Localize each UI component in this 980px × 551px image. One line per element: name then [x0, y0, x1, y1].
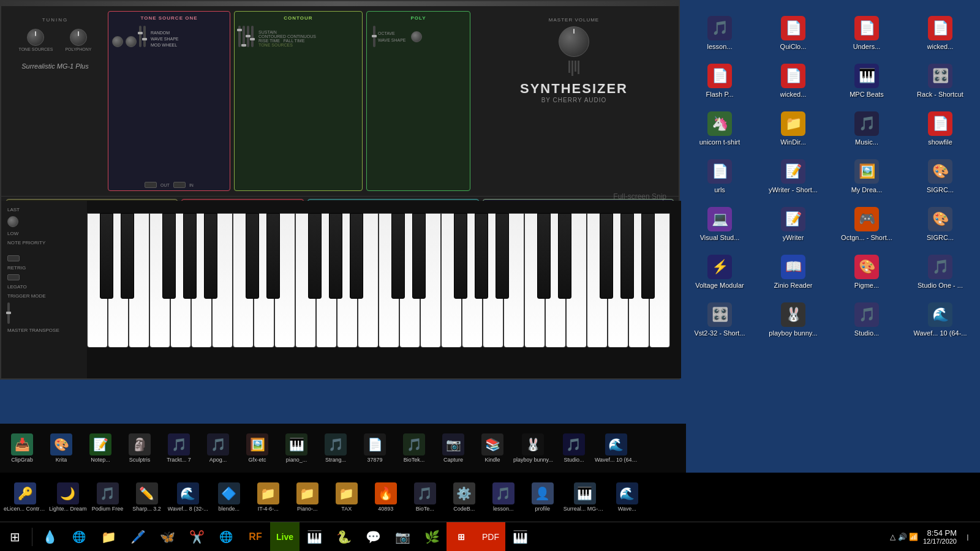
poly-slider-octave[interactable]	[373, 26, 375, 47]
key-d6[interactable]	[545, 213, 566, 348]
retrig-switch[interactable]	[7, 255, 20, 261]
key-f4[interactable]	[295, 213, 316, 348]
taskbar-snip[interactable]: ✂️	[182, 522, 211, 552]
bottom-app-1-12[interactable]: 📚Kindle	[474, 433, 511, 463]
desktop-icon-10[interactable]: 🎵Music...	[833, 108, 900, 149]
contour-slider-3[interactable]	[247, 26, 249, 47]
bottom-app-2-15[interactable]: 🌊Wave...	[609, 482, 646, 512]
key-e6[interactable]	[566, 213, 587, 348]
bottom-app-1-11[interactable]: 📷Capture	[435, 433, 472, 463]
key-b3[interactable]	[212, 213, 233, 348]
polyphony-knob[interactable]	[70, 29, 87, 46]
bottom-app-2-2[interactable]: 🎵Podium Free	[89, 482, 126, 512]
bottom-app-2-3[interactable]: ✏️Sharp... 3.2	[129, 482, 165, 512]
key-b5[interactable]	[503, 213, 524, 348]
desktop-icon-27[interactable]: 🌊Wavef... 10 (64-...	[907, 299, 974, 340]
bottom-app-1-15[interactable]: 🌊Wavef... 10 (64-...	[595, 433, 638, 463]
taskbar-inkscape[interactable]: 🦋	[153, 522, 182, 552]
desktop-icon-19[interactable]: 🎨SIGRC...	[907, 203, 974, 245]
taskbar-dropbox[interactable]: 💧	[35, 522, 64, 552]
desktop-icon-20[interactable]: ⚡Voltage Modular	[686, 251, 753, 293]
desktop-icon-12[interactable]: 📄urls	[686, 156, 753, 197]
bottom-app-1-10[interactable]: 🎵BioTek...	[396, 433, 432, 463]
key-f5[interactable]	[441, 213, 462, 348]
bottom-app-2-13[interactable]: 👤profile	[524, 482, 561, 512]
taskbar-rf[interactable]: RF	[241, 522, 270, 552]
taskbar-onenote[interactable]: 🖊️	[123, 522, 153, 552]
key-e4[interactable]	[274, 213, 295, 348]
contour-slider-1[interactable]	[238, 26, 241, 47]
master-volume-knob[interactable]	[559, 26, 589, 57]
bottom-app-1-5[interactable]: 🎵Apog...	[200, 433, 236, 463]
desktop-icon-5[interactable]: 📄wicked...	[760, 60, 827, 102]
key-g4[interactable]	[316, 213, 337, 348]
desktop-icon-15[interactable]: 🎨SIGRC...	[907, 156, 974, 197]
desktop-icon-9[interactable]: 📁WinDir...	[760, 108, 827, 149]
bottom-app-1-2[interactable]: 📝Notep...	[82, 433, 119, 463]
ts1-switch-out[interactable]	[145, 182, 157, 188]
key-f3[interactable]	[149, 213, 170, 348]
desktop-icon-24[interactable]: 🎛️Vst2-32 - Short...	[686, 299, 753, 340]
bottom-app-2-7[interactable]: 📁Piano-...	[289, 482, 326, 512]
taskbar-telegram[interactable]: 💬	[358, 522, 388, 552]
bottom-app-2-4[interactable]: 🌊Wavef... 8 (32-...	[168, 482, 208, 512]
ts1-slider-2[interactable]	[143, 26, 146, 47]
bottom-app-1-4[interactable]: 🎵Trackt... 7	[160, 433, 197, 463]
bottom-app-2-6[interactable]: 📁IT-4-6-...	[250, 482, 287, 512]
key-b4[interactable]	[358, 213, 379, 348]
key-a3[interactable]	[191, 213, 212, 348]
key-d3[interactable]	[108, 213, 129, 348]
key-a6[interactable]	[628, 213, 649, 348]
transpose-slider[interactable]	[7, 302, 10, 324]
key-c4[interactable]	[233, 213, 254, 348]
bottom-app-1-13[interactable]: 🐰playboy bunny...	[513, 433, 553, 463]
tone-sources-knob[interactable]	[27, 29, 44, 46]
desktop-icon-23[interactable]: 🎵Studio One - ...	[907, 251, 974, 293]
taskbar-live[interactable]: Live	[270, 522, 300, 552]
taskbar-mpc[interactable]: 🎹	[300, 522, 329, 552]
desktop-icon-7[interactable]: 🎛️Rack - Shortcut	[907, 60, 974, 102]
start-button[interactable]: ⊞	[0, 522, 29, 552]
desktop-icon-17[interactable]: 📝yWriter	[760, 203, 827, 245]
bottom-app-2-8[interactable]: 📁TAX	[328, 482, 365, 512]
key-a5[interactable]	[483, 213, 503, 348]
desktop-icon-11[interactable]: 📄showfile	[907, 108, 974, 149]
key-d4[interactable]	[254, 213, 274, 348]
bottom-app-2-9[interactable]: 🔥40893	[368, 482, 404, 512]
bottom-app-1-7[interactable]: 🎹piano_...	[278, 433, 315, 463]
bottom-app-1-1[interactable]: 🎨Krita	[43, 433, 80, 463]
taskbar-pdf[interactable]: PDF	[476, 522, 505, 552]
key-g5[interactable]	[462, 213, 483, 348]
taskbar-greenshot[interactable]: 📷	[388, 522, 417, 552]
taskbar-edge[interactable]: 🌿	[417, 522, 447, 552]
bottom-app-2-1[interactable]: 🌙Lighte... Dream	[49, 482, 87, 512]
bottom-app-2-10[interactable]: 🎵BioTe...	[407, 482, 443, 512]
taskbar-piano[interactable]: 🎹	[505, 522, 535, 552]
desktop-icon-18[interactable]: 🎮Octgn... - Short...	[833, 203, 900, 245]
contour-slider-4[interactable]	[251, 26, 254, 47]
bottom-app-2-12[interactable]: 🎵lesson...	[485, 482, 522, 512]
ts1-switch-in[interactable]	[173, 182, 186, 188]
key-d5[interactable]	[399, 213, 420, 348]
desktop-icon-8[interactable]: 🦄unicorn t-shirt	[686, 108, 753, 149]
ts1-knob-1[interactable]	[112, 36, 123, 47]
key-c3[interactable]	[87, 213, 108, 348]
bottom-app-2-0[interactable]: 🔑eLicen... Contro...	[4, 482, 47, 512]
bottom-app-1-6[interactable]: 🖼️Gfx-etc	[239, 433, 276, 463]
desktop-icon-6[interactable]: 🎹MPC Beats	[833, 60, 900, 102]
ts1-knob-2[interactable]	[126, 36, 137, 47]
bottom-app-2-5[interactable]: 🔷blende...	[211, 482, 247, 512]
key-e5[interactable]	[420, 213, 441, 348]
bottom-app-2-14[interactable]: 🎹Surreal... MG-1 ...	[564, 482, 606, 512]
key-e3[interactable]	[129, 213, 149, 348]
key-c6[interactable]	[524, 213, 545, 348]
taskbar-ditto[interactable]: ⊞	[447, 522, 476, 552]
desktop-icon-21[interactable]: 📖Zinio Reader	[760, 251, 827, 293]
taskbar-explorer[interactable]: 📁	[94, 522, 123, 552]
key-g3[interactable]	[170, 213, 191, 348]
desktop-icon-22[interactable]: 🎨Pigme...	[833, 251, 900, 293]
bottom-app-1-14[interactable]: 🎵Studio...	[556, 433, 592, 463]
desktop-icon-13[interactable]: 📝yWriter - Short...	[760, 156, 827, 197]
bottom-app-2-11[interactable]: ⚙️CodeB...	[446, 482, 483, 512]
bottom-app-1-0[interactable]: 📥ClipGrab	[4, 433, 40, 463]
